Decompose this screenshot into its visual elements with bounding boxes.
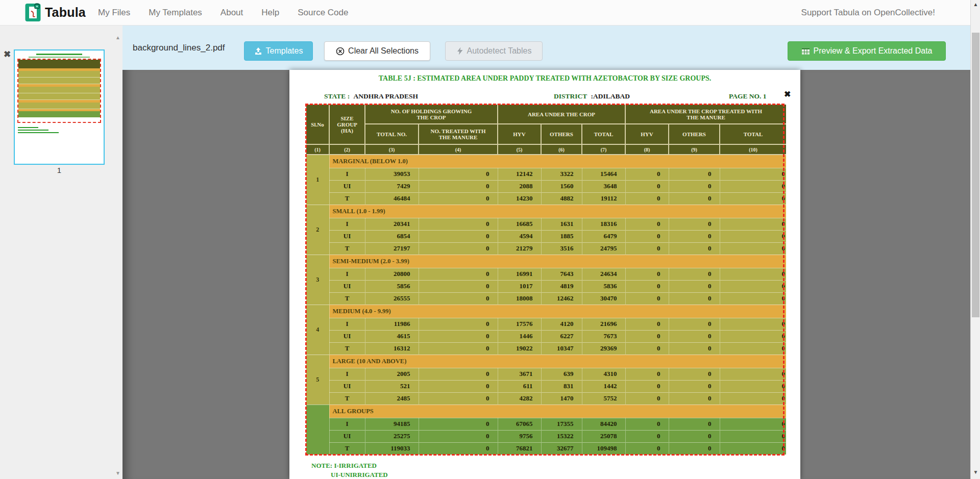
district-label: DISTRICT bbox=[554, 92, 587, 100]
state-value: ANDHRA PRADESH bbox=[354, 92, 418, 100]
circle-x-icon bbox=[336, 47, 345, 56]
thumb-note-line bbox=[18, 130, 48, 131]
brand-title: Tabula bbox=[45, 5, 86, 20]
doc-table-title: TABLE 5J : ESTIMATED AREA UNDER PADDY TR… bbox=[289, 74, 800, 83]
current-filename: background_lines_2.pdf bbox=[133, 26, 225, 70]
page-thumbnail-sidebar: ✖ 1 ▲ ▼ bbox=[0, 26, 122, 479]
navbar: Tabula My Files My Templates About Help … bbox=[0, 0, 970, 26]
scrollbar-thumb[interactable] bbox=[972, 33, 979, 317]
page-thumbnail[interactable] bbox=[14, 49, 105, 165]
sidebar-scroll-up-icon[interactable]: ▲ bbox=[115, 35, 120, 40]
templates-button-label: Templates bbox=[266, 46, 303, 56]
clear-selections-button[interactable]: Clear All Selections bbox=[324, 41, 430, 61]
tabula-logo-icon bbox=[25, 3, 41, 22]
support-link[interactable]: Support Tabula on OpenCollective! bbox=[801, 0, 935, 26]
autodetect-tables-button[interactable]: Autodetect Tables bbox=[445, 41, 543, 61]
doc-page-no: PAGE NO. 1 bbox=[729, 92, 767, 100]
doc-district: DISTRICT :ADILABAD bbox=[554, 92, 630, 100]
toolbar: background_lines_2.pdf Templates Clear A… bbox=[122, 26, 970, 70]
selection-box[interactable] bbox=[305, 104, 785, 456]
thumbnail-selection-box bbox=[17, 59, 101, 123]
nav-item-my-files[interactable]: My Files bbox=[98, 8, 130, 18]
state-label: STATE : bbox=[324, 92, 350, 100]
brand-link[interactable]: Tabula bbox=[25, 3, 86, 22]
nav-item-my-templates[interactable]: My Templates bbox=[149, 8, 202, 18]
clear-selections-label: Clear All Selections bbox=[348, 46, 419, 56]
thumb-title-line bbox=[29, 57, 90, 58]
thumb-title-line bbox=[36, 54, 82, 55]
lightning-icon bbox=[456, 47, 463, 55]
upload-icon bbox=[254, 47, 262, 55]
doc-state: STATE : ANDHRA PRADESH bbox=[324, 92, 418, 100]
nav-item-about[interactable]: About bbox=[220, 8, 243, 18]
district-value: :ADILABAD bbox=[591, 92, 630, 100]
page-no-label: PAGE NO. 1 bbox=[729, 92, 767, 100]
page-number-label: 1 bbox=[14, 166, 105, 174]
workspace: TABLE 5J : ESTIMATED AREA UNDER PADDY TR… bbox=[122, 70, 970, 479]
preview-export-label: Preview & Export Extracted Data bbox=[814, 46, 933, 56]
scroll-up-icon[interactable]: ▲ bbox=[971, 2, 980, 7]
tabula-app: Tabula My Files My Templates About Help … bbox=[0, 0, 980, 479]
preview-export-button[interactable]: Preview & Export Extracted Data bbox=[788, 41, 946, 61]
scroll-down-icon[interactable]: ▼ bbox=[971, 469, 980, 475]
nav-links: My Files My Templates About Help Source … bbox=[98, 0, 348, 26]
delete-page-icon[interactable]: ✖ bbox=[4, 49, 11, 60]
autodetect-tables-label: Autodetect Tables bbox=[467, 46, 532, 56]
window-scrollbar: ▲ ▼ bbox=[970, 0, 980, 479]
templates-button[interactable]: Templates bbox=[244, 41, 313, 61]
thumb-note-line bbox=[18, 132, 59, 133]
table-icon bbox=[801, 47, 810, 55]
nav-item-source-code[interactable]: Source Code bbox=[298, 8, 348, 18]
nav-item-help[interactable]: Help bbox=[261, 8, 279, 18]
sidebar-scroll-down-icon[interactable]: ▼ bbox=[115, 470, 120, 476]
doc-note-line1: NOTE: I-IRRIGATED bbox=[311, 462, 377, 470]
doc-note-line2: UI-UNIRRIGATED bbox=[331, 471, 388, 479]
selection-close-icon[interactable]: ✖ bbox=[784, 89, 791, 99]
thumb-note-line bbox=[18, 127, 38, 128]
